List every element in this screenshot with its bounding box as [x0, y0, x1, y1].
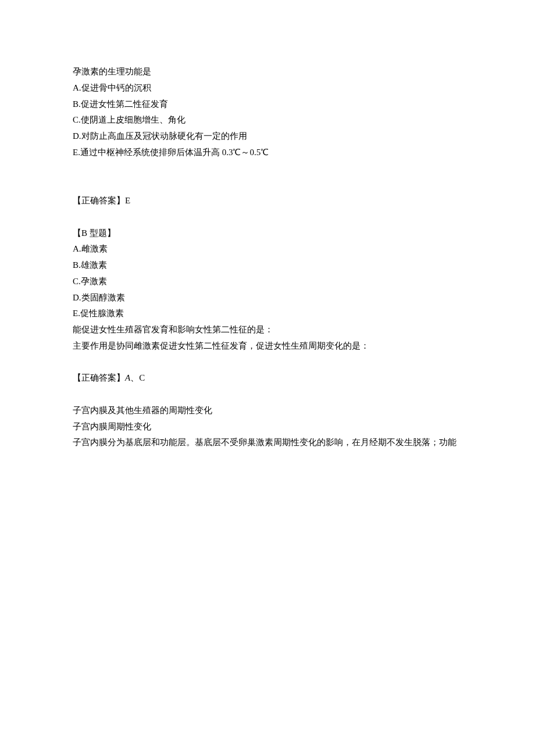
blank-line	[55, 209, 480, 225]
blank-line	[55, 177, 480, 193]
q1-option-b: B.促进女性第二性征发育	[55, 96, 480, 113]
q2-sub1: 能促进女性生殖器官发育和影响女性第二性征的是：	[55, 322, 480, 338]
q1-answer: 【正确答案】E	[55, 193, 480, 209]
q2-option-e: E.促性腺激素	[55, 306, 480, 322]
q1-stem: 孕激素的生理功能是	[55, 64, 480, 80]
q2-answer: 【正确答案】A、C	[55, 370, 480, 386]
q2-answer-prefix: 【正确答案】	[73, 373, 125, 382]
q2-answer-sep: 、C	[130, 373, 145, 382]
q1-option-c: C.使阴道上皮细胞增生、角化	[55, 112, 480, 128]
section-line2: 子宫内膜周期性变化	[55, 419, 480, 435]
blank-line	[55, 161, 480, 177]
q2-option-a: A.雌激素	[55, 241, 480, 257]
q2-option-c: C.孕激素	[55, 274, 480, 290]
q2-answer-a: A	[125, 373, 130, 382]
q2-option-b: B.雄激素	[55, 257, 480, 274]
q1-option-a: A.促进骨中钙的沉积	[55, 80, 480, 96]
q2-option-d: D.类固醇激素	[55, 290, 480, 306]
blank-line	[55, 354, 480, 371]
section-line3: 子宫内膜分为基底层和功能层。基底层不受卵巢激素周期性变化的影响，在月经期不发生脱…	[55, 435, 480, 451]
q1-option-e: E.通过中枢神经系统使排卵后体温升高 0.3℃～0.5℃	[55, 145, 480, 161]
document-content: 孕激素的生理功能是 A.促进骨中钙的沉积 B.促进女性第二性征发育 C.使阴道上…	[55, 64, 480, 451]
q2-sub2: 主要作用是协同雌激素促进女性第二性征发育，促进女性生殖周期变化的是：	[55, 338, 480, 354]
blank-line	[55, 386, 480, 403]
section-line1: 子宫内膜及其他生殖器的周期性变化	[55, 403, 480, 419]
q2-header: 【B 型题】	[55, 225, 480, 242]
q1-option-d: D.对防止高血压及冠状动脉硬化有一定的作用	[55, 128, 480, 145]
